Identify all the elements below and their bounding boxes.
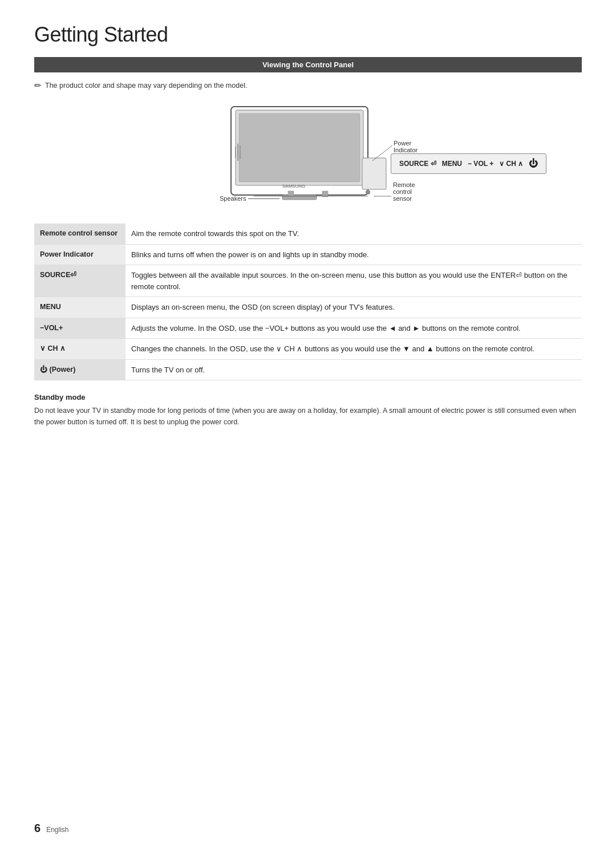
feature-description: Aim the remote control towards this spot… xyxy=(125,224,582,244)
svg-rect-7 xyxy=(362,158,386,189)
ch-button-label: ∨ CH ∧ xyxy=(499,160,523,168)
feature-name: ∨ CH ∧ xyxy=(34,339,125,360)
feature-description: Changes the channels. In the OSD, use th… xyxy=(125,339,582,360)
standby-title: Standby mode xyxy=(34,393,582,401)
power-button-label: ⏻ xyxy=(529,159,538,169)
page-title: Getting Started xyxy=(34,23,582,47)
menu-button-label: MENU xyxy=(442,160,462,168)
standby-text: Do not leave your TV in standby mode for… xyxy=(34,405,582,428)
note-text: The product color and shape may vary dep… xyxy=(45,82,247,90)
table-row: MENUDisplays an on-screen menu, the OSD … xyxy=(34,297,582,318)
svg-rect-2 xyxy=(239,113,360,182)
feature-description: Toggles between all the available input … xyxy=(125,265,582,297)
page-footer: 6 English xyxy=(34,822,68,835)
feature-name: MENU xyxy=(34,297,125,318)
pencil-icon: ✏ xyxy=(34,80,42,91)
diagram-area: SAMSUNG Power Indicator SOURCE ⏎ MENU xyxy=(34,101,582,206)
source-button-label: SOURCE ⏎ xyxy=(399,160,436,168)
svg-rect-5 xyxy=(288,191,294,197)
page-number: 6 xyxy=(34,822,40,835)
feature-name: ⏻ (Power) xyxy=(34,359,125,380)
feature-name: −VOL+ xyxy=(34,318,125,339)
feature-description: Adjusts the volume. In the OSD, use the … xyxy=(125,318,582,339)
feature-name: SOURCE⏎ xyxy=(34,265,125,297)
table-row: −VOL+Adjusts the volume. In the OSD, use… xyxy=(34,318,582,339)
speakers-diagram-label: Speakers xyxy=(220,195,279,202)
feature-name: Power Indicator xyxy=(34,244,125,265)
note-line: ✏ The product color and shape may vary d… xyxy=(34,80,582,91)
tv-illustration: SAMSUNG xyxy=(225,101,391,206)
standby-section: Standby mode Do not leave your TV in sta… xyxy=(34,393,582,428)
page-language: English xyxy=(46,826,68,834)
svg-point-8 xyxy=(366,190,370,194)
table-row: ⏻ (Power)Turns the TV on or off. xyxy=(34,359,582,380)
feature-description: Turns the TV on or off. xyxy=(125,359,582,380)
table-row: ∨ CH ∧Changes the channels. In the OSD, … xyxy=(34,339,582,360)
feature-description: Blinks and turns off when the power is o… xyxy=(125,244,582,265)
table-row: SOURCE⏎Toggles between all the available… xyxy=(34,265,582,297)
power-indicator-diagram-label: Power Indicator xyxy=(394,140,418,153)
section-header: Viewing the Control Panel xyxy=(34,57,582,72)
feature-description: Displays an on-screen menu, the OSD (on … xyxy=(125,297,582,318)
svg-text:SAMSUNG: SAMSUNG xyxy=(282,184,305,189)
table-row: Power IndicatorBlinks and turns off when… xyxy=(34,244,582,265)
svg-rect-6 xyxy=(322,191,328,197)
features-table: Remote control sensorAim the remote cont… xyxy=(34,224,582,380)
svg-rect-4 xyxy=(282,195,317,200)
control-panel-strip: SOURCE ⏎ MENU − VOL + ∨ CH ∧ ⏻ xyxy=(391,153,546,174)
remote-sensor-diagram-label: Remote control sensor xyxy=(391,181,415,202)
table-row: Remote control sensorAim the remote cont… xyxy=(34,224,582,244)
vol-button-label: − VOL + xyxy=(468,160,493,168)
feature-name: Remote control sensor xyxy=(34,224,125,244)
